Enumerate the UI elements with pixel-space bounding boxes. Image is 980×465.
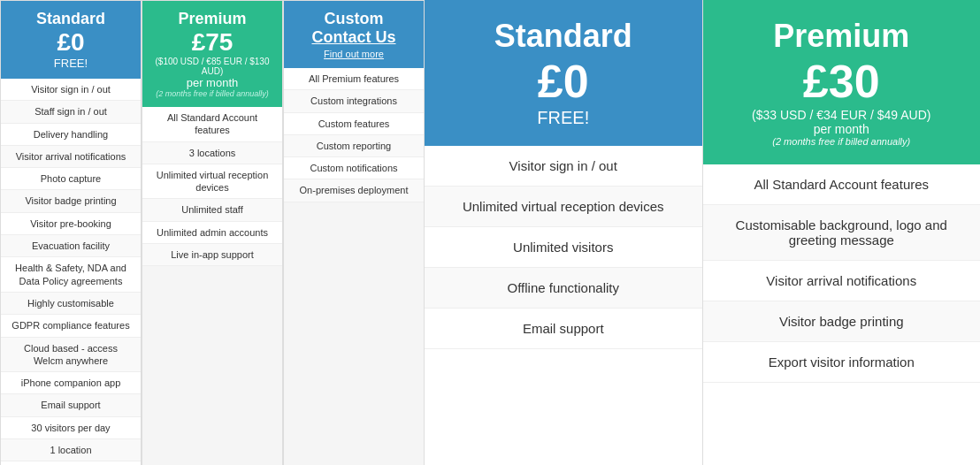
list-item: Photo capture — [1, 168, 141, 190]
list-item: 1 location — [1, 439, 141, 461]
large-premium-price: £30 — [721, 55, 963, 108]
list-item: iPhone companion app — [1, 372, 141, 394]
list-item: All Standard Account features — [703, 164, 981, 205]
list-item: Visitor pre-booking — [1, 213, 141, 235]
list-item: 30 visitors per day — [1, 417, 141, 439]
large-standard-title: Standard — [442, 18, 685, 55]
custom-plan-header: Custom Contact Us Find out more — [284, 1, 424, 68]
standard-plan-title: Standard — [6, 10, 135, 28]
standard-plan-column: Standard £0 FREE! Visitor sign in / out … — [0, 0, 142, 465]
large-standard-free: FREE! — [442, 108, 685, 128]
list-item: Custom integrations — [284, 90, 424, 112]
large-premium-features: All Standard Account features Customisab… — [703, 164, 981, 465]
list-item: Custom reporting — [284, 135, 424, 157]
premium-plan-header: Premium £75 ($100 USD / €85 EUR / $130 A… — [142, 1, 282, 107]
list-item: Cloud based - access Welcm anywhere — [1, 338, 141, 373]
list-item: Visitor badge printing — [703, 301, 981, 342]
list-item: Staff sign in / out — [1, 101, 141, 123]
standard-plan-header: Standard £0 FREE! — [1, 1, 141, 79]
contact-us-link[interactable]: Contact Us — [289, 28, 418, 47]
custom-find-out-more[interactable]: Find out more — [289, 49, 418, 59]
large-standard-price: £0 — [442, 55, 685, 108]
list-item: Health & Safety, NDA and Data Policy agr… — [1, 257, 141, 293]
list-item: Visitor sign in / out — [1, 79, 141, 101]
list-item: Export visitor information — [703, 342, 981, 383]
premium-plan-price: £75 — [148, 28, 277, 57]
large-premium-header: Premium £30 ($33 USD / €34 EUR / $49 AUD… — [703, 0, 981, 164]
list-item: Delivery handling — [1, 124, 141, 146]
premium-plan-column: Premium £75 ($100 USD / €85 EUR / $130 A… — [142, 0, 283, 465]
list-item: Unlimited virtual reception devices — [425, 187, 702, 227]
custom-features-list: All Premium features Custom integrations… — [284, 68, 424, 465]
list-item: Customisable background, logo and greeti… — [703, 205, 981, 261]
list-item: Visitor sign in / out — [425, 146, 702, 187]
list-item: Custom notifications — [284, 157, 424, 179]
list-item: 3 locations — [142, 142, 282, 164]
large-premium-price-sub: ($33 USD / €34 EUR / $49 AUD) — [721, 108, 963, 122]
standard-plan-free: FREE! — [6, 57, 135, 70]
list-item: Visitor badge printing — [1, 190, 141, 212]
list-item: Evacuation facility — [1, 235, 141, 257]
large-standard-header: Standard £0 FREE! — [425, 0, 702, 146]
premium-plan-note: (2 months free if billed annually) — [148, 89, 277, 98]
large-premium-plan: Premium £30 ($33 USD / €34 EUR / $49 AUD… — [703, 0, 981, 465]
list-item: All Standard Account features — [142, 107, 282, 142]
list-item: Email support — [425, 309, 702, 349]
large-premium-note: (2 months free if billed annually) — [721, 136, 963, 147]
custom-plan-column: Custom Contact Us Find out more All Prem… — [283, 0, 425, 465]
list-item: Unlimited staff — [142, 199, 282, 221]
premium-features-list: All Standard Account features 3 location… — [142, 107, 282, 465]
standard-plan-price: £0 — [6, 28, 135, 57]
list-item: 1 virtual reception devices — [1, 461, 141, 465]
list-item: Visitor arrival notifications — [1, 146, 141, 168]
custom-plan-title: Custom — [289, 10, 418, 28]
list-item: On-premises deployment — [284, 179, 424, 202]
premium-plan-price-sub: ($100 USD / €85 EUR / $130 AUD) — [148, 57, 277, 76]
list-item: GDPR compliance features — [1, 315, 141, 337]
large-standard-features: Visitor sign in / out Unlimited virtual … — [425, 146, 702, 465]
large-premium-per-month: per month — [721, 122, 963, 136]
list-item: All Premium features — [284, 68, 424, 90]
standard-features-list: Visitor sign in / out Staff sign in / ou… — [1, 79, 141, 465]
list-item: Offline functionality — [425, 268, 702, 309]
list-item: Unlimited virtual reception devices — [142, 164, 282, 200]
list-item: Visitor arrival notifications — [703, 261, 981, 301]
list-item: Highly customisable — [1, 293, 141, 315]
premium-per-month: per month — [148, 76, 277, 89]
premium-plan-title: Premium — [148, 10, 277, 28]
list-item: Unlimited visitors — [425, 227, 702, 268]
list-item: Custom features — [284, 113, 424, 135]
list-item: Live in-app support — [142, 244, 282, 266]
list-item: Unlimited admin accounts — [142, 222, 282, 244]
large-premium-title: Premium — [721, 18, 963, 55]
list-item: Email support — [1, 394, 141, 416]
large-standard-plan: Standard £0 FREE! Visitor sign in / out … — [425, 0, 703, 465]
